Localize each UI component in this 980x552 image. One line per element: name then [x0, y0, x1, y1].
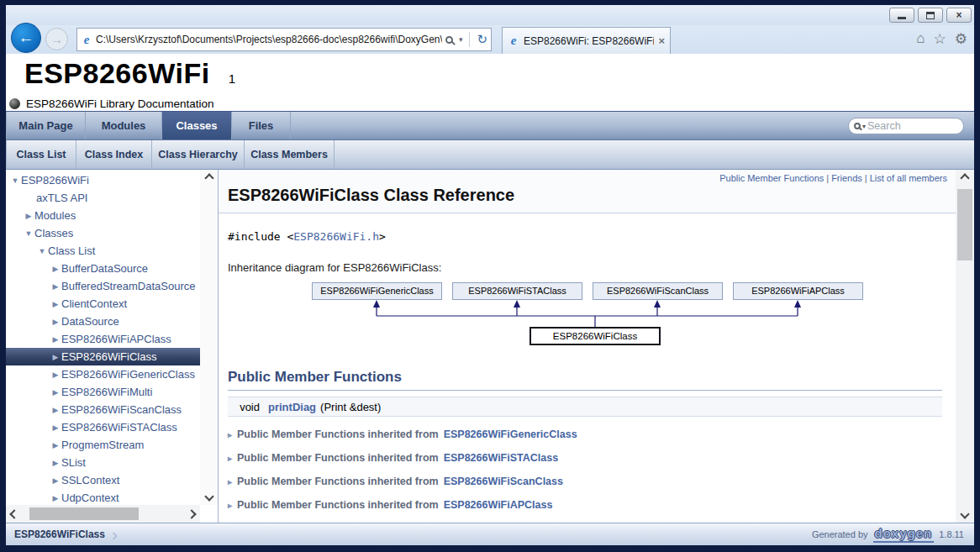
back-button[interactable]: ←	[11, 23, 41, 53]
tab-class-list[interactable]: Class List	[6, 140, 76, 169]
tab-modules[interactable]: Modules	[86, 112, 162, 139]
inherited-section-staclass[interactable]: ▸ Public Member Functions inherited from…	[228, 452, 947, 464]
expand-triangle-icon: ▸	[228, 477, 232, 486]
horizontal-scroll-thumb[interactable]	[29, 507, 139, 520]
summary-link-friends[interactable]: Friends	[831, 173, 862, 183]
tab-class-index[interactable]: Class Index	[76, 140, 152, 169]
scroll-left-button[interactable]	[6, 505, 23, 523]
tree-collapse-icon[interactable]: ▼	[36, 247, 48, 255]
tree-expand-icon[interactable]: ▶	[50, 441, 61, 449]
tree-item-esp8266wifigenericclass[interactable]: ▶ESP8266WiFiGenericClass	[6, 365, 200, 383]
maximize-icon	[926, 12, 935, 19]
tree-item-esp8266wifiapclass[interactable]: ▶ESP8266WiFiAPClass	[6, 330, 200, 348]
tree-expand-icon[interactable]: ▶	[50, 476, 61, 485]
tree-item-bufferedstreamdatasource[interactable]: ▶BufferedStreamDataSource	[6, 277, 200, 295]
inherited-class-link[interactable]: ESP8266WiFiAPClass	[444, 499, 553, 511]
tree-item-bufferdatasource[interactable]: ▶BufferDataSource	[6, 260, 200, 277]
window-controls: ×	[889, 8, 972, 23]
tab-class-hierarchy[interactable]: Class Hierarchy	[152, 140, 245, 169]
tree-expand-icon[interactable]: ▶	[50, 388, 61, 397]
search-box[interactable]: ▾	[848, 118, 964, 134]
tab-close-icon[interactable]: ×	[658, 34, 665, 47]
project-logo-icon	[9, 98, 20, 109]
tree-item-datasource[interactable]: ▶DataSource	[6, 313, 200, 330]
scroll-up-button[interactable]	[956, 170, 974, 187]
summary-link-list-of-all-members[interactable]: List of all members	[870, 173, 947, 183]
inherited-class-link[interactable]: ESP8266WiFiSTAClass	[444, 452, 559, 464]
tree-item-clientcontext[interactable]: ▶ClientContext	[6, 295, 200, 313]
search-dropdown-icon[interactable]: ▾	[459, 35, 463, 44]
tree-item-slist[interactable]: ▶SList	[6, 454, 200, 471]
tree-item-esp8266wificlass-selected[interactable]: ▶ESP8266WiFiClass	[6, 348, 200, 365]
address-search-icon[interactable]	[445, 36, 453, 44]
refresh-icon[interactable]: ↻	[477, 32, 487, 47]
project-header: ESP8266WiFi1 ESP8266WiFi Library Documen…	[6, 54, 974, 112]
tree-expand-icon[interactable]: ▶	[50, 423, 61, 432]
address-bar[interactable]: e ▾ ↻	[76, 28, 492, 51]
inherited-section-apclass[interactable]: ▸ Public Member Functions inherited from…	[228, 499, 947, 511]
settings-gear-icon[interactable]: ⚙	[955, 30, 967, 48]
home-icon[interactable]: ⌂	[916, 30, 925, 48]
doxygen-logo[interactable]: doxygen	[873, 526, 935, 543]
diagram-node-genericclass[interactable]: ESP8266WiFiGenericClass	[312, 282, 442, 300]
breadcrumb[interactable]: ESP8266WiFiClass	[14, 528, 105, 540]
tree-expand-icon[interactable]: ▶	[50, 318, 61, 326]
scroll-right-button[interactable]	[183, 505, 200, 523]
tree-expand-icon[interactable]: ▶	[50, 353, 61, 361]
doc-content: Public Member Functions|Friends|List of …	[219, 170, 956, 523]
tree-expand-icon[interactable]: ▶	[50, 459, 61, 467]
browser-tab[interactable]: e ESP8266WiFi: ESP8266WiFi... ×	[502, 27, 671, 54]
search-input[interactable]	[867, 120, 958, 132]
tab-main-page[interactable]: Main Page	[6, 112, 86, 139]
forward-button[interactable]: →	[45, 28, 68, 50]
tree-item-classes[interactable]: ▼Classes	[6, 224, 200, 242]
tree-item-progmemstream[interactable]: ▶ProgmemStream	[6, 436, 200, 454]
address-input[interactable]	[96, 34, 442, 45]
tree-item-esp8266wifiscanclass[interactable]: ▶ESP8266WiFiScanClass	[6, 401, 200, 418]
diagram-node-staclass[interactable]: ESP8266WiFiSTAClass	[452, 282, 582, 300]
inherited-section-genericclass[interactable]: ▸ Public Member Functions inherited from…	[228, 428, 947, 440]
tree-item-udpcontext[interactable]: ▶UdpContext	[6, 489, 200, 505]
tab-class-members[interactable]: Class Members	[245, 140, 335, 169]
diagram-node-scanclass[interactable]: ESP8266WiFiScanClass	[593, 282, 723, 300]
minimize-button[interactable]	[889, 8, 914, 23]
diagram-node-apclass[interactable]: ESP8266WiFiAPClass	[733, 282, 863, 300]
inherited-class-link[interactable]: ESP8266WiFiGenericClass	[444, 428, 577, 440]
scroll-down-button[interactable]	[956, 506, 974, 523]
favorites-star-icon[interactable]: ☆	[934, 30, 946, 48]
tree-expand-icon[interactable]: ▶	[50, 265, 61, 273]
tree-expand-icon[interactable]: ▶	[23, 212, 34, 220]
sidebar-horizontal-scrollbar[interactable]	[6, 505, 200, 523]
summary-link-public-member-functions[interactable]: Public Member Functions	[719, 173, 824, 183]
tab-files[interactable]: Files	[232, 112, 291, 139]
sidebar-vertical-scrollbar[interactable]	[200, 170, 218, 505]
close-button[interactable]: ×	[946, 8, 972, 23]
tab-classes[interactable]: Classes	[162, 112, 232, 139]
tree-item-esp8266wifistaclass[interactable]: ▶ESP8266WiFiSTAClass	[6, 418, 200, 436]
scroll-up-button[interactable]	[200, 170, 218, 187]
tree-item-esp8266wifi[interactable]: ▼ESP8266WiFi	[6, 171, 200, 189]
include-file-link[interactable]: ESP8266WiFi.h	[293, 230, 379, 243]
tree-item-sslcontext[interactable]: ▶SSLContext	[6, 471, 200, 489]
tree-expand-icon[interactable]: ▶	[50, 494, 61, 502]
tree-collapse-icon[interactable]: ▼	[9, 176, 21, 185]
tree-item-class-list[interactable]: ▼Class List	[6, 242, 200, 260]
tree-expand-icon[interactable]: ▶	[50, 282, 61, 291]
tree-item-axtls-api[interactable]: axTLS API	[6, 189, 200, 207]
scroll-down-button[interactable]	[200, 488, 218, 505]
content-vertical-scrollbar[interactable]	[956, 170, 974, 523]
inherited-section-scanclass[interactable]: ▸ Public Member Functions inherited from…	[228, 476, 947, 487]
tree-collapse-icon[interactable]: ▼	[23, 229, 34, 238]
expand-triangle-icon: ▸	[228, 501, 232, 510]
tree-expand-icon[interactable]: ▶	[50, 406, 61, 414]
tree-expand-icon[interactable]: ▶	[50, 300, 61, 308]
tree-expand-icon[interactable]: ▶	[50, 335, 61, 344]
tree-item-modules[interactable]: ▶Modules	[6, 207, 200, 224]
member-link-printdiag[interactable]: printDiag	[268, 401, 316, 413]
vertical-scroll-thumb[interactable]	[957, 189, 972, 260]
tree-item-esp8266wifimulti[interactable]: ▶ESP8266WiFiMulti	[6, 383, 200, 401]
inherited-class-link[interactable]: ESP8266WiFiScanClass	[444, 476, 563, 487]
maximize-button[interactable]	[918, 8, 943, 23]
search-scope-dropdown-icon[interactable]: ▾	[862, 123, 866, 130]
tree-expand-icon[interactable]: ▶	[50, 371, 61, 379]
